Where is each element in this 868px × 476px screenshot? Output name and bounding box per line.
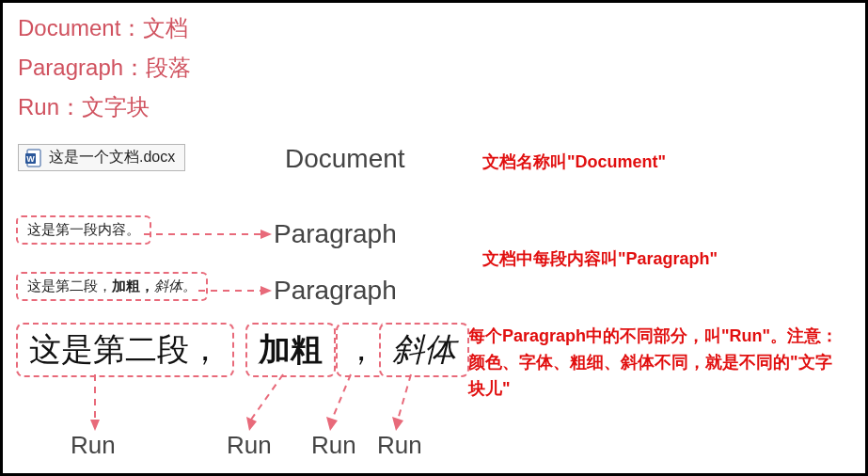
run-box-4: 斜体	[379, 323, 469, 377]
svg-marker-6	[260, 286, 272, 295]
arrow-run1-down	[87, 374, 103, 433]
glossary-block: Document：文档 Paragraph：段落 Run：文字块	[18, 8, 191, 127]
run-box-2: 加粗	[245, 323, 336, 377]
svg-line-13	[398, 374, 411, 420]
run-label-4: Run	[377, 431, 422, 460]
arrow-p1-to-label	[144, 229, 276, 240]
paragraph-label-1: Paragraph	[274, 219, 397, 249]
arrow-p2-to-label	[198, 285, 276, 296]
annotation-paragraph: 文档中每段内容叫"Paragraph"	[482, 246, 718, 272]
svg-marker-8	[90, 420, 100, 431]
docx-file-name: 这是一个文档.docx	[49, 148, 175, 167]
document-label: Document	[285, 144, 405, 174]
svg-text:W: W	[26, 154, 35, 164]
paragraph-box-1: 这是第一段内容。	[16, 215, 151, 245]
arrow-run3-down	[324, 374, 358, 433]
glossary-run: Run：文字块	[18, 87, 191, 127]
annotation-run: 每个Paragraph中的不同部分，叫"Run"。注意：颜色、字体、粗细、斜体不…	[468, 323, 844, 402]
run-label-3: Run	[311, 431, 356, 460]
svg-marker-12	[326, 417, 338, 431]
paragraph-label-2: Paragraph	[274, 276, 397, 306]
arrow-run4-down	[390, 374, 418, 433]
paragraph-2-text-bold: 加粗，	[112, 278, 154, 294]
run-label-2: Run	[227, 431, 272, 460]
glossary-document: Document：文档	[18, 8, 191, 48]
svg-marker-14	[392, 417, 403, 431]
paragraph-2-text-1: 这是第二段，	[27, 278, 112, 294]
run-label-1: Run	[71, 431, 116, 460]
annotation-document: 文档名称叫"Document"	[482, 149, 666, 175]
run-box-1: 这是第二段，	[16, 323, 234, 377]
glossary-paragraph: Paragraph：段落	[18, 48, 191, 87]
docx-file-chip: W 这是一个文档.docx	[18, 144, 185, 171]
word-file-icon: W	[24, 149, 43, 167]
paragraph-box-2: 这是第二段，加粗，斜体。	[16, 272, 208, 301]
arrow-run2-down	[245, 374, 292, 433]
svg-line-11	[332, 374, 351, 420]
svg-line-9	[251, 374, 283, 420]
svg-marker-4	[260, 230, 272, 239]
paragraph-2-text-italic: 斜体。	[154, 278, 197, 294]
paragraph-1-text: 这是第一段内容。	[27, 221, 140, 237]
